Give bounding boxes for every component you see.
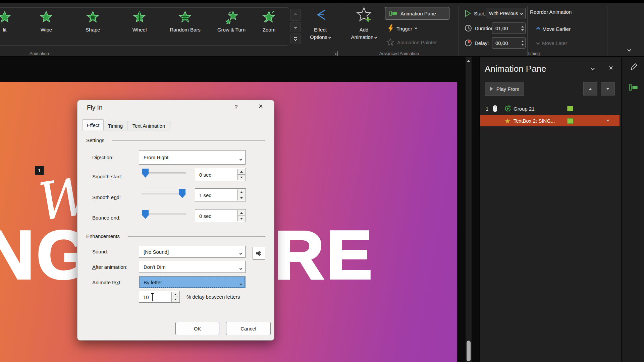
chevron-down-icon bbox=[415, 26, 417, 29]
spin-up-button[interactable] bbox=[172, 292, 179, 297]
timeline-bar[interactable] bbox=[567, 118, 573, 124]
sound-dropdown[interactable]: [No Sound] bbox=[139, 246, 246, 258]
duration-input[interactable]: 01,00 bbox=[492, 22, 526, 34]
dialog-help-button[interactable]: ? bbox=[234, 104, 237, 111]
sound-label: Sound: bbox=[92, 249, 108, 254]
chevron-up-icon bbox=[294, 13, 297, 16]
bounce-end-label: Bounce end: bbox=[92, 215, 120, 221]
spin-up-button[interactable] bbox=[238, 189, 245, 195]
bounce-end-input[interactable]: 0 sec bbox=[195, 209, 246, 222]
item-dropdown-chevron-icon[interactable] bbox=[606, 119, 609, 121]
animation-item-label: TextBox 2: SING... bbox=[514, 118, 555, 124]
gallery-item-wipe[interactable]: Wipe bbox=[26, 10, 66, 44]
animation-pane-button[interactable]: Animation Pane bbox=[385, 7, 449, 20]
spin-up-button[interactable] bbox=[238, 210, 245, 216]
animation-painter-label: Animation Painter bbox=[397, 40, 437, 45]
smooth-start-slider-thumb[interactable] bbox=[142, 169, 149, 178]
gallery-more-button[interactable] bbox=[290, 34, 301, 44]
duration-value: 01,00 bbox=[495, 25, 508, 31]
fly-in-dialog: Fly In ? × Effect Timing Text Animation … bbox=[77, 100, 274, 341]
slide-scrollbar[interactable] bbox=[466, 57, 472, 362]
gallery-scroll-up-button[interactable] bbox=[290, 9, 301, 21]
spin-down-button[interactable] bbox=[238, 174, 245, 180]
gallery-item-wheel[interactable]: Wheel bbox=[119, 10, 160, 44]
gallery-item-random-bars[interactable]: Random Bars bbox=[165, 10, 205, 44]
tab-timing[interactable]: Timing bbox=[104, 121, 127, 130]
timeline-bar[interactable] bbox=[567, 106, 573, 111]
spin-down-button[interactable] bbox=[172, 297, 179, 302]
effect-options-button[interactable]: Effect Options bbox=[302, 3, 339, 50]
spin-up-icon[interactable] bbox=[521, 26, 524, 27]
random-bars-star-icon bbox=[178, 10, 192, 24]
gallery-item-zoom[interactable]: Zoom bbox=[249, 10, 289, 44]
ribbon-group-separator bbox=[527, 6, 528, 56]
pane-chevron-down-icon[interactable] bbox=[591, 66, 594, 70]
ribbon-animations-tab: lit Wipe Shape Wheel Random Bars Grow & … bbox=[0, 0, 644, 57]
tab-text-animation[interactable]: Text Animation bbox=[127, 121, 170, 130]
tab-effect[interactable]: Effect bbox=[83, 119, 104, 130]
after-animation-dropdown[interactable]: Don't Dim bbox=[139, 261, 246, 273]
chevron-down-icon bbox=[239, 283, 242, 285]
smooth-end-slider-thumb[interactable] bbox=[179, 189, 185, 198]
gallery-item-grow-turn[interactable]: Grow & Turn bbox=[211, 10, 252, 44]
smooth-end-input[interactable]: 1 sec bbox=[195, 188, 246, 201]
gallery-item-label: Wheel bbox=[119, 27, 160, 33]
animation-dialog-launcher[interactable]: ↘ bbox=[333, 51, 338, 56]
pane-move-down-button[interactable] bbox=[601, 82, 615, 96]
spin-down-icon[interactable] bbox=[521, 29, 524, 31]
delay-input[interactable]: 00,00 bbox=[492, 37, 526, 49]
gallery-item-split-partial[interactable]: lit bbox=[0, 10, 25, 44]
gallery-item-shape[interactable]: Shape bbox=[73, 10, 113, 44]
after-animation-label: After animation: bbox=[92, 264, 127, 270]
bounce-end-slider-thumb[interactable] bbox=[142, 210, 149, 219]
add-animation-button[interactable]: Add Animation bbox=[345, 3, 382, 50]
animation-list-item-selected[interactable]: TextBox 2: SING... bbox=[480, 115, 620, 126]
ok-button[interactable]: OK bbox=[175, 322, 219, 335]
section-divider bbox=[112, 140, 265, 141]
trigger-button[interactable]: Trigger bbox=[388, 23, 417, 34]
smooth-start-input[interactable]: 0 sec bbox=[195, 168, 246, 181]
spin-down-icon[interactable] bbox=[521, 44, 524, 46]
letter-delay-input[interactable]: 10 bbox=[139, 291, 180, 303]
sound-volume-button[interactable] bbox=[253, 247, 265, 260]
dialog-close-button[interactable]: × bbox=[259, 102, 263, 111]
play-from-button[interactable]: Play From bbox=[485, 82, 524, 96]
pane-close-icon[interactable]: × bbox=[609, 64, 613, 72]
move-earlier-button[interactable]: Move Earlier bbox=[537, 24, 571, 34]
spin-down-button[interactable] bbox=[238, 195, 245, 200]
animation-pane-tab-icon[interactable] bbox=[629, 84, 638, 91]
gallery-item-label: Wipe bbox=[26, 27, 66, 33]
format-shape-pane-icon[interactable] bbox=[630, 62, 638, 71]
add-animation-icon bbox=[356, 7, 372, 23]
direction-value: From Right bbox=[144, 155, 168, 160]
gallery-scroll-down-button[interactable] bbox=[290, 22, 301, 32]
gallery-item-label: lit bbox=[0, 27, 25, 33]
arrow-down-icon bbox=[606, 88, 609, 90]
animate-text-value: By letter bbox=[144, 280, 162, 285]
cancel-button[interactable]: Cancel bbox=[226, 322, 271, 335]
chevron-down-icon bbox=[239, 252, 242, 255]
start-row: Start: bbox=[465, 8, 486, 19]
delay-label: Delay: bbox=[475, 40, 489, 46]
side-panel-strip bbox=[621, 57, 644, 362]
start-dropdown[interactable]: With Previous bbox=[486, 8, 526, 19]
trigger-label: Trigger bbox=[396, 26, 412, 32]
scrollbar-up-icon[interactable] bbox=[467, 60, 470, 62]
slide-big-text-right[interactable]: RE bbox=[274, 220, 375, 289]
scrollbar-thumb[interactable] bbox=[467, 341, 471, 361]
ribbon-group-separator bbox=[459, 6, 459, 56]
sound-value: [No Sound] bbox=[144, 249, 169, 255]
spin-down-button[interactable] bbox=[238, 216, 245, 221]
zoom-star-icon bbox=[262, 10, 276, 24]
spin-up-icon[interactable] bbox=[521, 41, 524, 42]
animation-list-item[interactable]: 1 Group 21 bbox=[480, 102, 620, 115]
pane-move-up-button[interactable] bbox=[583, 82, 597, 96]
spin-up-button[interactable] bbox=[238, 169, 245, 174]
collapse-ribbon-button[interactable] bbox=[627, 48, 631, 51]
chevron-down-icon bbox=[239, 267, 242, 270]
after-animation-value: Don't Dim bbox=[144, 264, 165, 270]
effect-options-label-2: Options bbox=[310, 34, 327, 40]
animate-text-dropdown[interactable]: By letter bbox=[139, 276, 246, 288]
direction-dropdown[interactable]: From Right bbox=[139, 150, 246, 165]
start-play-icon bbox=[465, 10, 471, 17]
